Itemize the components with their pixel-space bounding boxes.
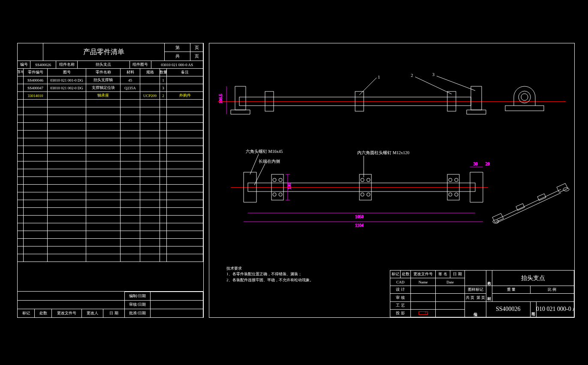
tb-cailiao-l: 材料	[486, 286, 492, 301]
table-cell	[48, 231, 86, 238]
table-cell	[140, 154, 160, 161]
svg-point-19	[273, 178, 276, 182]
foot-bianzhi: 编制/日期	[125, 292, 151, 300]
table-cell	[86, 154, 121, 161]
table-cell	[48, 146, 86, 153]
table-cell	[140, 208, 160, 215]
table-cell	[140, 84, 160, 91]
table-cell	[121, 138, 140, 146]
table-cell	[18, 84, 24, 91]
balloon-leaders: 1 2 3	[359, 72, 475, 95]
table-cell	[121, 115, 140, 122]
tb-bianhao-v: SS400026	[486, 302, 531, 317]
svg-point-20	[279, 178, 282, 182]
table-cell	[140, 239, 160, 246]
col-xuhao: 序号	[18, 69, 24, 76]
foot-chushu: 处数	[35, 309, 52, 317]
table-cell	[167, 192, 203, 200]
table-cell	[167, 216, 203, 223]
table-cell	[24, 100, 48, 107]
page-gong: 共	[165, 52, 190, 61]
svg-text:1050: 1050	[355, 214, 364, 219]
svg-point-28	[455, 178, 458, 182]
svg-text:3: 3	[432, 72, 434, 77]
svg-text:2: 2	[411, 73, 413, 78]
svg-rect-17	[359, 174, 371, 200]
table-cell	[24, 123, 48, 130]
table-cell	[121, 154, 140, 161]
svg-point-22	[279, 193, 282, 196]
table-row: 33014010轴承座UCP2092外购件	[18, 92, 203, 100]
table-cell	[140, 192, 160, 200]
table-cell	[24, 177, 48, 184]
svg-line-31	[250, 154, 259, 174]
table-cell	[140, 216, 160, 223]
table-cell	[140, 177, 160, 184]
svg-text:1: 1	[378, 75, 380, 79]
top-view	[244, 172, 483, 202]
svg-text:20: 20	[485, 161, 490, 166]
table-cell	[167, 223, 203, 231]
table-cell	[18, 107, 24, 115]
table-cell	[18, 138, 24, 146]
table-cell	[86, 254, 121, 262]
table-row	[18, 161, 203, 169]
table-cell	[167, 84, 203, 91]
tech-notes: 技术要求 1、各零件装配位置正确，不得错装、漏装； 2、各装配件连接牢固、平稳，…	[226, 266, 314, 283]
table-row	[18, 246, 203, 254]
table-cell	[24, 138, 48, 146]
table-cell	[18, 123, 24, 130]
table-cell	[48, 131, 86, 138]
table-cell	[48, 161, 86, 169]
table-cell	[48, 223, 86, 231]
table-cell: 33014010	[24, 92, 48, 99]
col-partno: 零件编号	[24, 69, 48, 76]
tb-riqi: 日 期	[450, 271, 465, 278]
svg-text:130: 130	[287, 183, 292, 189]
tb-name: Name	[411, 278, 436, 286]
table-cell	[86, 131, 121, 138]
table-cell	[167, 138, 203, 146]
table-row	[18, 115, 203, 123]
tb-sheji: 设 计	[390, 286, 411, 294]
foot-gengren: 更改人	[82, 309, 103, 317]
foot-pizhun: 批准/日期	[125, 309, 151, 317]
table-cell	[24, 192, 48, 200]
table-cell	[48, 100, 86, 107]
table-row	[18, 208, 203, 216]
table-cell	[167, 107, 203, 115]
title-block: 标记 处数 更改文件号 签 名 日 期 名称 抬头支点 CAD Name Dat…	[390, 270, 574, 317]
table-row	[18, 239, 203, 246]
table-row	[18, 146, 203, 154]
table-cell	[140, 223, 160, 231]
table-cell	[121, 239, 140, 246]
svg-text:长端在内侧: 长端在内侧	[259, 159, 280, 164]
table-cell	[121, 254, 140, 262]
table-row: SS40004603010 021 001-0 DG抬头支撑轴451	[18, 76, 203, 84]
table-cell	[48, 92, 86, 99]
table-cell	[48, 239, 86, 246]
svg-point-21	[273, 193, 276, 196]
table-cell	[140, 146, 160, 153]
bom-subheader: 编号 SS400026 组件名称 抬头支点 组件图号 03010 021 000…	[18, 61, 203, 69]
bom-title: 产品零件清单	[43, 43, 165, 61]
projection-symbol-icon	[411, 310, 436, 317]
table-cell	[140, 138, 160, 146]
table-cell	[121, 185, 140, 192]
table-cell	[86, 115, 121, 122]
note-1: 1、各零件装配位置正确，不得错装、漏装；	[226, 271, 314, 277]
table-cell	[121, 177, 140, 184]
svg-point-30	[455, 193, 458, 196]
table-cell	[140, 231, 160, 238]
tb-mingcheng-l: 名称	[486, 271, 492, 286]
svg-point-27	[449, 178, 452, 182]
table-cell	[121, 161, 140, 169]
table-cell	[18, 100, 24, 107]
table-cell	[160, 246, 167, 254]
table-cell	[167, 115, 203, 122]
table-cell: 支撑轴定位块	[86, 84, 121, 91]
tb-bianhao-l: 编号	[465, 302, 486, 317]
tb-cad: CAD	[390, 278, 411, 286]
table-row	[18, 107, 203, 115]
table-cell	[48, 185, 86, 192]
